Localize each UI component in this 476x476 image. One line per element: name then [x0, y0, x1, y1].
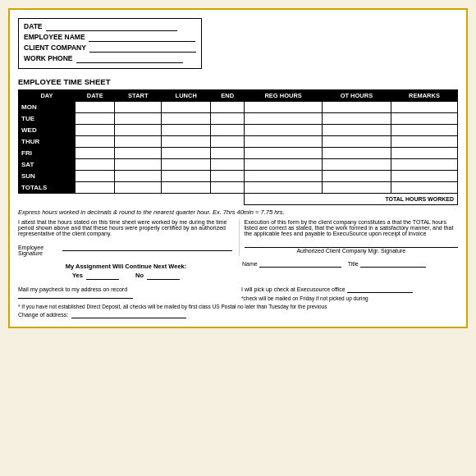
day-mon: MON: [19, 102, 76, 113]
col-ot-hours: OT HOURS: [322, 90, 391, 102]
express-note: Express hours worked in decimals & round…: [18, 208, 458, 216]
table-row: FRI: [19, 148, 458, 159]
title-label: Title: [348, 261, 359, 267]
col-end: END: [211, 90, 245, 102]
mail-notice1: *check will be mailed on Friday if not p…: [241, 295, 458, 301]
change-address: Change of address:: [18, 312, 458, 318]
attestation-section: I attest that the hours stated on this t…: [18, 219, 458, 256]
work-phone-label: WORK PHONE: [24, 54, 73, 62]
table-row: SUN: [19, 171, 458, 182]
mail-left-label: Mail my paycheck to my address on record: [18, 286, 127, 292]
attestation-left: I attest that the hours stated on this t…: [18, 219, 232, 256]
table-row: TUE: [19, 113, 458, 125]
mail-notice2: * If you have not established Direct Dep…: [18, 304, 458, 309]
table-row: WED: [19, 125, 458, 136]
col-start: START: [115, 90, 162, 102]
col-reg-hours: REG HOURS: [245, 90, 323, 102]
client-company-label: CLIENT COMPANY: [24, 43, 86, 52]
table-row: SAT: [19, 159, 458, 171]
mail-left: Mail my paycheck to my address on record: [18, 286, 235, 301]
section-title: EMPLOYEE TIME SHEET: [18, 77, 458, 86]
name-label: Name: [242, 261, 258, 267]
mail-right-label: I will pick up check at Execusource offi…: [241, 286, 346, 292]
day-tue: TUE: [19, 113, 76, 125]
total-hours-worked-label: TOTAL HOURS WORKED: [245, 194, 458, 205]
no-label: No: [135, 272, 144, 279]
yes-label: Yes: [72, 272, 83, 279]
mail-section: Mail my paycheck to my address on record…: [18, 286, 458, 301]
day-thur: THUR: [19, 136, 76, 148]
attest-right-text: Execution of this form by the client com…: [245, 219, 459, 236]
day-sat: SAT: [19, 159, 76, 171]
date-label: DATE: [24, 22, 43, 30]
totals-row: TOTALS: [19, 182, 458, 194]
col-date: DATE: [76, 90, 115, 102]
employee-name-label: EMPLOYEE NAME: [24, 33, 85, 41]
table-row: MON: [19, 102, 458, 113]
day-wed: WED: [19, 125, 76, 136]
auth-sig-label: Authorized Client Company Mgr. Signature: [245, 248, 459, 254]
name-title-row: Name Title: [242, 261, 458, 268]
total-hours-row: TOTAL HOURS WORKED: [19, 194, 458, 205]
attest-left-text: I attest that the hours stated on this t…: [18, 219, 232, 236]
col-day: DAY: [19, 90, 76, 102]
attestation-right: Execution of this form by the client com…: [239, 219, 459, 256]
employee-sig-label: Employee Signature: [18, 245, 59, 256]
table-row: THUR: [19, 136, 458, 148]
col-lunch: LUNCH: [162, 90, 211, 102]
timesheet-table: DAY DATE START LUNCH END REG HOURS OT HO…: [18, 89, 458, 205]
change-addr-label: Change of address:: [18, 312, 68, 318]
day-totals: TOTALS: [19, 182, 76, 194]
mail-right: I will pick up check at Execusource offi…: [241, 286, 458, 301]
col-remarks: REMARKS: [391, 90, 457, 102]
day-sun: SUN: [19, 171, 76, 182]
continue-section: My Assignment Will Continue Next Week: Y…: [18, 263, 234, 280]
day-fri: FRI: [19, 148, 76, 159]
continue-title: My Assignment Will Continue Next Week:: [18, 263, 234, 270]
